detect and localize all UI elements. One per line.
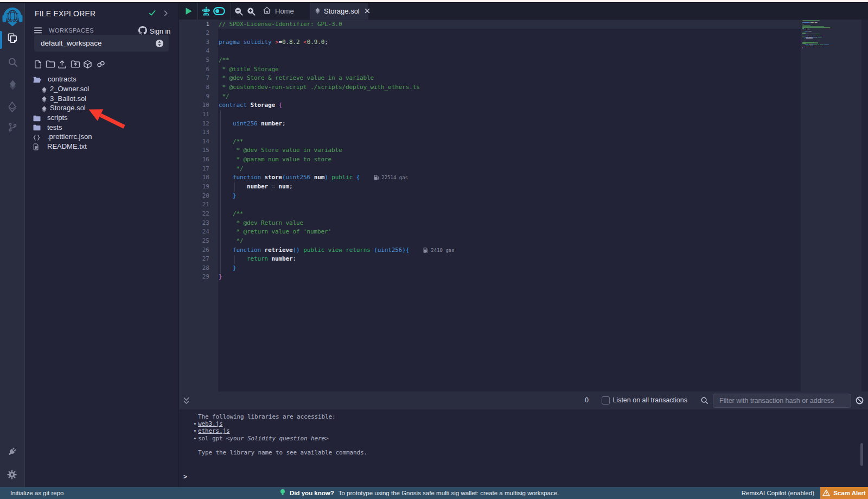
chevron-right-icon[interactable] <box>163 9 169 19</box>
deploy-and-run-icon[interactable] <box>7 102 17 112</box>
terminal-link-web3.js[interactable]: web3.js <box>198 420 223 427</box>
code-line-22[interactable]: /** <box>219 210 801 219</box>
code-line-19[interactable]: number = num; <box>219 182 801 192</box>
create-new-file-icon[interactable] <box>34 60 42 71</box>
code-line-21[interactable] <box>219 200 801 210</box>
git-init-button[interactable]: Initialize as git repo <box>10 487 63 499</box>
listen-transactions-checkbox[interactable] <box>602 396 610 405</box>
code-line-13[interactable] <box>219 128 801 137</box>
tab-home[interactable]: Home <box>257 3 299 20</box>
code-line-6[interactable]: * @title Storage <box>219 65 801 74</box>
line-number-18[interactable]: 18 <box>179 173 218 182</box>
line-number-21[interactable]: 21 <box>179 200 218 210</box>
scam-alert-button[interactable]: Scam Alert <box>820 487 868 499</box>
code-line-16[interactable]: * @param num value to store <box>219 155 801 165</box>
terminal[interactable]: The following libraries are accessible:•… <box>179 409 868 487</box>
settings-icon[interactable] <box>7 470 17 479</box>
line-number-5[interactable]: 5 <box>179 56 218 65</box>
zoom-in-button[interactable] <box>247 7 256 18</box>
copilot-toggle[interactable] <box>213 7 225 17</box>
code-line-7[interactable]: * @dev Store & retrieve value in a varia… <box>219 74 801 83</box>
upload-files-icon[interactable] <box>58 60 67 71</box>
create-new-folder-icon[interactable] <box>46 60 55 71</box>
line-number-15[interactable]: 15 <box>179 146 218 155</box>
import-from-url-icon[interactable] <box>96 60 106 71</box>
line-number-27[interactable]: 27 <box>179 255 218 264</box>
terminal-filter-input[interactable] <box>713 394 851 408</box>
code-line-9[interactable]: */ <box>219 92 801 102</box>
line-number-23[interactable]: 23 <box>179 219 218 228</box>
tree-item-3-ballot-sol[interactable]: 3_Ballot.sol <box>25 93 179 103</box>
code-line-29[interactable]: } <box>219 273 801 282</box>
line-number-29[interactable]: 29 <box>179 273 218 282</box>
line-number-22[interactable]: 22 <box>179 210 218 219</box>
line-number-1[interactable]: 1 <box>179 20 218 29</box>
code-line-26[interactable]: function retrieve() public view returns … <box>219 246 801 255</box>
terminal-link-ethers.js[interactable]: ethers.js <box>198 427 230 434</box>
line-number-20[interactable]: 20 <box>179 192 218 201</box>
line-number-14[interactable]: 14 <box>179 137 218 147</box>
code-line-25[interactable]: */ <box>219 237 801 246</box>
copilot-status[interactable]: RemixAI Copilot (enabled) <box>742 487 814 499</box>
clear-terminal-icon[interactable] <box>856 396 864 407</box>
run-script-button[interactable] <box>185 7 193 17</box>
line-number-19[interactable]: 19 <box>179 182 218 192</box>
editor-code-area[interactable]: // SPDX-License-Identifier: GPL-3.0pragm… <box>218 20 801 391</box>
code-line-3[interactable]: pragma solidity >=0.8.2 <0.9.0; <box>219 38 801 47</box>
line-number-13[interactable]: 13 <box>179 128 218 137</box>
tree-item-storage-sol[interactable]: Storage.sol <box>25 103 179 113</box>
editor-scrollbar-track[interactable] <box>861 20 868 391</box>
git-icon[interactable] <box>8 122 17 132</box>
line-number-26[interactable]: 26 <box>179 246 218 255</box>
upload-folder-icon[interactable] <box>71 60 80 71</box>
line-number-10[interactable]: 10 <box>179 101 218 110</box>
code-line-1[interactable]: // SPDX-License-Identifier: GPL-3.0 <box>219 20 801 29</box>
line-number-8[interactable]: 8 <box>179 83 218 92</box>
code-line-10[interactable]: contract Storage { <box>219 101 801 110</box>
line-number-4[interactable]: 4 <box>179 47 218 56</box>
line-number-12[interactable]: 12 <box>179 119 218 129</box>
line-number-7[interactable]: 7 <box>179 74 218 83</box>
line-number-24[interactable]: 24 <box>179 228 218 237</box>
code-line-2[interactable] <box>219 29 801 38</box>
solidity-compiler-icon[interactable] <box>8 80 18 90</box>
workspace-select[interactable]: default_workspace <box>34 35 169 52</box>
tree-item-scripts[interactable]: scripts <box>25 113 179 123</box>
code-line-18[interactable]: function store(uint256 num) public {2251… <box>219 173 801 182</box>
terminal-scrollbar-thumb[interactable] <box>860 443 863 466</box>
code-line-20[interactable]: } <box>219 192 801 201</box>
tree-item-prettierrc-json[interactable]: .prettierrc.json <box>25 132 179 142</box>
tab-storage-sol[interactable]: Storage.sol <box>310 3 368 20</box>
code-line-15[interactable]: * @dev Store value in variable <box>219 146 801 155</box>
terminal-collapse-icon[interactable] <box>183 396 190 407</box>
code-line-8[interactable]: * @custom:dev-run-script ./scripts/deplo… <box>219 83 801 92</box>
file-explorer-icon[interactable] <box>7 33 18 44</box>
line-number-17[interactable]: 17 <box>179 165 218 174</box>
line-number-6[interactable]: 6 <box>179 65 218 74</box>
line-number-3[interactable]: 3 <box>179 38 218 47</box>
code-line-28[interactable]: } <box>219 264 801 273</box>
tree-item-readme-txt[interactable]: README.txt <box>25 142 179 151</box>
code-line-14[interactable]: /** <box>219 137 801 147</box>
line-number-16[interactable]: 16 <box>179 155 218 165</box>
ai-assistant-icon[interactable] <box>202 7 210 18</box>
code-line-17[interactable]: */ <box>219 165 801 174</box>
code-line-24[interactable]: * @return value of 'number' <box>219 228 801 237</box>
tree-item-2-owner-sol[interactable]: 2_Owner.sol <box>25 84 179 94</box>
import-from-ipfs-icon[interactable] <box>83 60 92 71</box>
code-line-5[interactable]: /** <box>219 56 801 65</box>
code-line-12[interactable]: uint256 number; <box>219 119 801 129</box>
plugin-manager-icon[interactable] <box>7 447 17 457</box>
tree-item-contracts[interactable]: contracts <box>25 74 179 84</box>
editor-minimap[interactable] <box>801 20 861 391</box>
line-number-9[interactable]: 9 <box>179 92 218 102</box>
line-number-11[interactable]: 11 <box>179 110 218 119</box>
line-number-2[interactable]: 2 <box>179 29 218 38</box>
code-line-27[interactable]: return number; <box>219 255 801 264</box>
line-number-25[interactable]: 25 <box>179 237 218 246</box>
code-line-23[interactable]: * @dev Return value <box>219 219 801 228</box>
tree-item-tests[interactable]: tests <box>25 122 179 132</box>
code-line-11[interactable] <box>219 110 801 119</box>
zoom-out-button[interactable] <box>234 7 243 18</box>
line-number-28[interactable]: 28 <box>179 264 218 273</box>
